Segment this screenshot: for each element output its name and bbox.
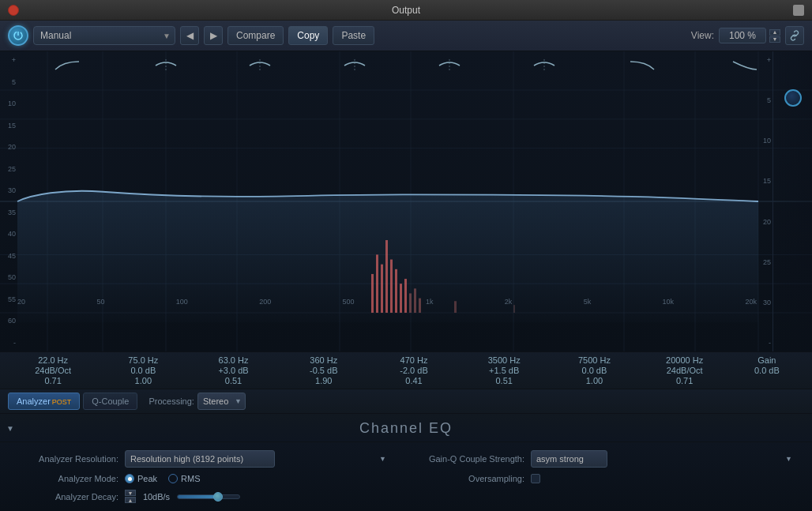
band-8-info[interactable]: 20000 Hz 24dB/Oct 0.71: [657, 355, 712, 385]
decay-slider-track[interactable]: [177, 494, 240, 499]
mode-radio-group: Peak RMS: [125, 474, 201, 483]
band-6-freq: 3500 Hz: [488, 355, 521, 365]
band-7-handle[interactable]: [626, 58, 658, 73]
band-6-handle[interactable]: [532, 58, 556, 73]
db-scale-right: + 5 10 15 20 25 30 -: [755, 51, 773, 351]
band-5-gain: -2.0 dB: [400, 366, 427, 375]
analyzer-tab[interactable]: AnalyzerPOST: [8, 393, 80, 410]
mode-rms-radio[interactable]: RMS: [168, 474, 200, 483]
band-4-info[interactable]: 360 Hz -0.5 dB 1.90: [296, 355, 351, 385]
gain-col-label: Gain: [757, 355, 776, 365]
decay-down-button[interactable]: ▼: [125, 490, 136, 496]
zoom-down-button[interactable]: ▼: [769, 36, 780, 43]
svg-rect-24: [395, 269, 397, 313]
settings-col-right: Gain-Q Couple Strength: disabledsym ligh…: [422, 450, 796, 503]
mode-rms-label: RMS: [181, 474, 200, 483]
q-couple-tab[interactable]: Q-Couple: [83, 393, 137, 410]
mode-peak-label: Peak: [137, 474, 157, 483]
link-button[interactable]: [785, 26, 804, 45]
band-2-gain: 0.0 dB: [130, 366, 156, 375]
band-7-info[interactable]: 7500 Hz 0.0 dB 1.00: [566, 355, 622, 385]
band-7-q: 1.00: [586, 376, 603, 385]
preset-dropdown-wrapper[interactable]: Manual ▼: [33, 26, 175, 45]
band-8-handle[interactable]: [729, 58, 761, 73]
zoom-up-button[interactable]: ▲: [769, 29, 780, 36]
band-1-gain: 24dB/Oct: [35, 366, 71, 375]
band-2-freq: 75.0 Hz: [128, 355, 158, 365]
decay-stepper[interactable]: ▼ ▲: [125, 490, 136, 503]
oversampling-label: Oversampling:: [422, 474, 524, 483]
svg-rect-19: [371, 274, 374, 313]
prev-button[interactable]: ◀: [180, 26, 199, 45]
oversampling-checkbox[interactable]: [531, 474, 540, 483]
zoom-input[interactable]: [719, 28, 766, 43]
band-7-gain: 0.0 dB: [582, 366, 607, 375]
minimize-button[interactable]: [793, 5, 804, 16]
decay-slider-thumb[interactable]: [213, 492, 223, 502]
band-4-q: 1.90: [315, 376, 332, 385]
band-3-info[interactable]: 63.0 Hz +3.0 dB 0.51: [206, 355, 261, 385]
band-1-q: 0.71: [44, 376, 61, 385]
view-control: ▲ ▼: [719, 28, 780, 43]
band-5-q: 0.41: [405, 376, 422, 385]
gain-knob[interactable]: [784, 89, 802, 107]
eq-display[interactable]: + 5 10 15 20 25 30 35 40 45 50 55 60 - +…: [0, 51, 812, 352]
band-2-handle[interactable]: [154, 58, 178, 73]
db-plus: +: [2, 56, 16, 64]
oversampling-checkbox-box[interactable]: [531, 474, 540, 483]
expand-arrow[interactable]: ▼: [6, 423, 14, 432]
band-8-gain: 24dB/Oct: [667, 366, 703, 375]
resolution-select-wrapper[interactable]: Resolution low (512 points)Resolution me…: [125, 450, 390, 468]
band-5-handle[interactable]: [438, 58, 461, 73]
decay-control: ▼ ▲ 10dB/s: [125, 490, 240, 503]
compare-button[interactable]: Compare: [227, 26, 284, 45]
gain-q-select[interactable]: disabledsym lightsym mediumsym strongasy…: [531, 450, 607, 468]
view-label: View:: [691, 30, 714, 41]
analyzer-badge: POST: [52, 398, 72, 406]
paste-button[interactable]: Paste: [333, 26, 374, 45]
band-1-freq: 22.0 Hz: [38, 355, 68, 365]
band-5-freq: 470 Hz: [400, 355, 428, 365]
settings-panel: Analyzer Resolution: Resolution low (512…: [0, 442, 812, 511]
band-1-handle[interactable]: [51, 58, 83, 73]
band-6-info[interactable]: 3500 Hz +1.5 dB 0.51: [476, 355, 532, 385]
gain-col-value: 0.0 dB: [754, 366, 780, 375]
preset-dropdown[interactable]: Manual: [33, 26, 175, 45]
processing-label: Processing:: [148, 396, 194, 406]
band-3-handle[interactable]: [248, 58, 272, 73]
close-button[interactable]: [8, 5, 19, 16]
band-1-info[interactable]: 22.0 Hz 24dB/Oct 0.71: [25, 355, 81, 385]
zoom-stepper[interactable]: ▲ ▼: [769, 29, 780, 43]
mode-rms-dot: [168, 474, 178, 483]
gain-q-row: Gain-Q Couple Strength: disabledsym ligh…: [422, 450, 796, 468]
bottom-tabs: AnalyzerPOST Q-Couple Processing: Stereo…: [0, 389, 812, 414]
band-5-info[interactable]: 470 Hz -2.0 dB 0.41: [386, 355, 442, 385]
band-4-handle[interactable]: [343, 58, 367, 73]
processing-select[interactable]: StereoLeftRightMidSide: [197, 393, 246, 410]
toolbar: Manual ▼ ◀ ▶ Compare Copy Paste View: ▲ …: [0, 21, 812, 51]
band-2-info[interactable]: 75.0 Hz 0.0 dB 1.00: [115, 355, 171, 385]
band-8-q: 0.71: [676, 376, 693, 385]
channel-eq-title-bar: ▼ Channel EQ: [0, 414, 812, 442]
gain-q-select-wrapper[interactable]: disabledsym lightsym mediumsym strongasy…: [531, 450, 796, 468]
oversampling-row: Oversampling:: [422, 474, 796, 483]
window-title: Output: [392, 5, 420, 16]
eq-svg: [0, 51, 812, 351]
band-8-freq: 20000 Hz: [666, 355, 703, 365]
band-3-gain: +3.0 dB: [218, 366, 248, 375]
band-2-q: 1.00: [135, 376, 152, 385]
processing-dropdown-wrapper[interactable]: StereoLeftRightMidSide ▼: [197, 393, 246, 410]
decay-up-button[interactable]: ▲: [125, 497, 136, 503]
next-button[interactable]: ▶: [204, 26, 223, 45]
band-6-gain: +1.5 dB: [489, 366, 519, 375]
resolution-row: Analyzer Resolution: Resolution low (512…: [16, 450, 390, 468]
title-bar: Output: [0, 0, 812, 21]
resolution-select[interactable]: Resolution low (512 points)Resolution me…: [125, 450, 275, 468]
copy-button[interactable]: Copy: [288, 26, 328, 45]
power-button[interactable]: [8, 25, 28, 46]
mode-peak-radio[interactable]: Peak: [125, 474, 157, 483]
band-4-freq: 360 Hz: [310, 355, 337, 365]
svg-rect-26: [404, 279, 407, 313]
band-4-gain: -0.5 dB: [310, 366, 337, 375]
gain-q-label: Gain-Q Couple Strength:: [422, 454, 524, 464]
